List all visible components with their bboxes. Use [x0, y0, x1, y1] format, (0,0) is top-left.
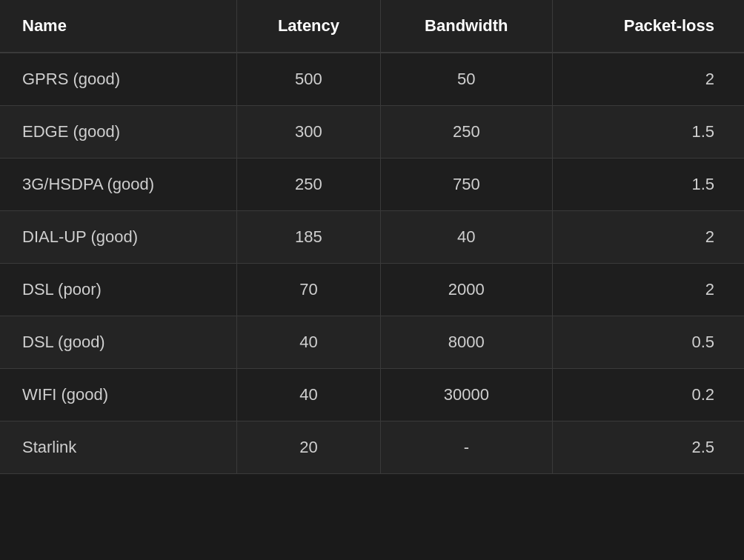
table-row: WIFI (good)40300000.2	[0, 369, 744, 421]
cell-bandwidth-3: 40	[380, 211, 552, 264]
cell-packet_loss-7: 2.5	[553, 421, 744, 474]
cell-packet_loss-4: 2	[553, 264, 744, 316]
column-header-packet-loss: Packet-loss	[553, 0, 744, 53]
cell-packet_loss-1: 1.5	[553, 106, 744, 159]
cell-bandwidth-7: -	[380, 421, 552, 474]
cell-bandwidth-1: 250	[380, 106, 552, 159]
cell-packet_loss-2: 1.5	[553, 159, 744, 211]
table-row: DIAL-UP (good)185402	[0, 211, 744, 264]
cell-name-1: EDGE (good)	[0, 106, 237, 159]
table-row: Starlink20-2.5	[0, 421, 744, 474]
cell-latency-5: 40	[237, 316, 380, 369]
cell-name-7: Starlink	[0, 421, 237, 474]
table-body: GPRS (good)500502EDGE (good)3002501.53G/…	[0, 53, 744, 474]
cell-name-2: 3G/HSDPA (good)	[0, 159, 237, 211]
cell-latency-7: 20	[237, 421, 380, 474]
table-row: EDGE (good)3002501.5	[0, 106, 744, 159]
cell-packet_loss-3: 2	[553, 211, 744, 264]
cell-latency-6: 40	[237, 369, 380, 421]
cell-latency-4: 70	[237, 264, 380, 316]
cell-latency-2: 250	[237, 159, 380, 211]
cell-latency-0: 500	[237, 53, 380, 106]
cell-packet_loss-5: 0.5	[553, 316, 744, 369]
network-profiles-table: Name Latency Bandwidth Packet-loss GPRS …	[0, 0, 744, 474]
cell-name-4: DSL (poor)	[0, 264, 237, 316]
cell-name-5: DSL (good)	[0, 316, 237, 369]
cell-name-0: GPRS (good)	[0, 53, 237, 106]
table-row: DSL (poor)7020002	[0, 264, 744, 316]
column-header-latency: Latency	[237, 0, 380, 53]
cell-bandwidth-2: 750	[380, 159, 552, 211]
header-row: Name Latency Bandwidth Packet-loss	[0, 0, 744, 53]
cell-packet_loss-6: 0.2	[553, 369, 744, 421]
cell-bandwidth-4: 2000	[380, 264, 552, 316]
table-row: 3G/HSDPA (good)2507501.5	[0, 159, 744, 211]
network-profiles-table-container: Name Latency Bandwidth Packet-loss GPRS …	[0, 0, 744, 474]
cell-packet_loss-0: 2	[553, 53, 744, 106]
column-header-name: Name	[0, 0, 237, 53]
cell-latency-3: 185	[237, 211, 380, 264]
table-row: GPRS (good)500502	[0, 53, 744, 106]
table-row: DSL (good)4080000.5	[0, 316, 744, 369]
cell-latency-1: 300	[237, 106, 380, 159]
cell-bandwidth-6: 30000	[380, 369, 552, 421]
column-header-bandwidth: Bandwidth	[380, 0, 552, 53]
cell-name-3: DIAL-UP (good)	[0, 211, 237, 264]
cell-bandwidth-0: 50	[380, 53, 552, 106]
table-header: Name Latency Bandwidth Packet-loss	[0, 0, 744, 53]
cell-bandwidth-5: 8000	[380, 316, 552, 369]
cell-name-6: WIFI (good)	[0, 369, 237, 421]
